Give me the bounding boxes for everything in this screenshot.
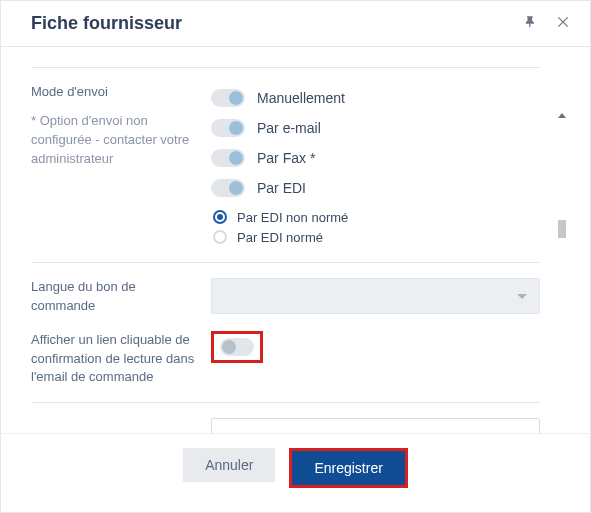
send-mode-controls: Manuellement Par e-mail Par Fax * Par ED… xyxy=(211,83,540,247)
scroll-thumb[interactable] xyxy=(558,220,566,238)
vertical-scrollbar[interactable] xyxy=(558,113,566,433)
scroll-up-icon[interactable] xyxy=(558,113,566,118)
radio-edi-norme-row: Par EDI normé xyxy=(213,227,540,247)
send-mode-row: Mode d'envoi * Option d'envoi non config… xyxy=(31,83,540,247)
toggle-fax[interactable] xyxy=(211,149,245,167)
toggle-edi-row: Par EDI xyxy=(211,173,540,203)
radio-edi-non-norme-label: Par EDI non normé xyxy=(237,210,348,225)
radio-edi-non-norme[interactable] xyxy=(213,210,227,224)
scroll-content: Mode d'envoi * Option d'envoi non config… xyxy=(31,67,590,433)
toggle-manual-label: Manuellement xyxy=(257,90,345,106)
header-actions xyxy=(524,15,570,33)
toggle-email[interactable] xyxy=(211,119,245,137)
scroll-track[interactable] xyxy=(558,124,566,433)
divider xyxy=(31,402,540,403)
toggle-edi[interactable] xyxy=(211,179,245,197)
supplier-modal: Fiche fournisseur Mode d'envoi * Option … xyxy=(0,0,591,513)
send-mode-label: Mode d'envoi xyxy=(31,83,201,102)
modal-header: Fiche fournisseur xyxy=(1,1,590,47)
save-button[interactable]: Enregistrer xyxy=(292,451,404,485)
notes-control xyxy=(211,418,540,433)
modal-footer: Annuler Enregistrer xyxy=(1,433,590,512)
edi-radio-group: Par EDI non normé Par EDI normé xyxy=(213,207,540,247)
send-mode-note: * Option d'envoi non configurée - contac… xyxy=(31,112,201,169)
toggle-edi-label: Par EDI xyxy=(257,180,306,196)
toggle-fax-row: Par Fax * xyxy=(211,143,540,173)
notes-row xyxy=(31,418,540,433)
cancel-button[interactable]: Annuler xyxy=(183,448,275,482)
pin-icon[interactable] xyxy=(524,15,538,32)
radio-edi-norme[interactable] xyxy=(213,230,227,244)
modal-body: Mode d'envoi * Option d'envoi non config… xyxy=(1,47,590,433)
read-confirm-label: Afficher un lien cliquable de confirmati… xyxy=(31,331,211,388)
lang-label: Langue du bon de commande xyxy=(31,278,211,316)
lang-select[interactable] xyxy=(211,278,540,314)
lang-control xyxy=(211,278,540,314)
modal-title: Fiche fournisseur xyxy=(31,13,524,34)
divider xyxy=(31,262,540,263)
toggle-email-label: Par e-mail xyxy=(257,120,321,136)
read-confirm-row: Afficher un lien cliquable de confirmati… xyxy=(31,331,540,388)
read-confirm-control xyxy=(211,331,540,363)
toggle-manual[interactable] xyxy=(211,89,245,107)
notes-textarea[interactable] xyxy=(211,418,540,433)
close-icon[interactable] xyxy=(556,15,570,33)
radio-edi-non-norme-row: Par EDI non normé xyxy=(213,207,540,227)
toggle-manual-row: Manuellement xyxy=(211,83,540,113)
lang-row: Langue du bon de commande xyxy=(31,278,540,316)
toggle-email-row: Par e-mail xyxy=(211,113,540,143)
divider xyxy=(31,67,540,68)
send-mode-label-col: Mode d'envoi * Option d'envoi non config… xyxy=(31,83,211,168)
read-confirm-highlight xyxy=(211,331,263,363)
toggle-read-confirm[interactable] xyxy=(220,338,254,356)
toggle-fax-label: Par Fax * xyxy=(257,150,315,166)
radio-edi-norme-label: Par EDI normé xyxy=(237,230,323,245)
save-button-highlight: Enregistrer xyxy=(289,448,407,488)
